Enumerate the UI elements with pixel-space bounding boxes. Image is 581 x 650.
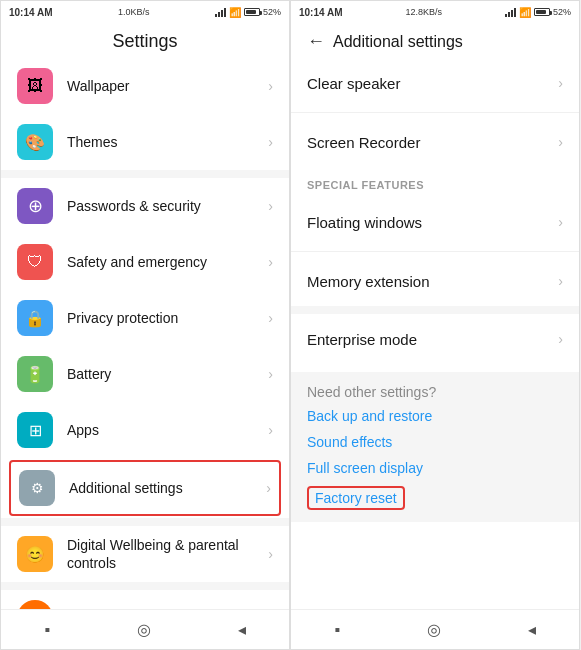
right-nav-home[interactable]: ◎: [427, 620, 441, 639]
memory-extension-item[interactable]: Memory extension ›: [291, 256, 579, 306]
privacy-label: Privacy protection: [67, 310, 178, 326]
mi-icon: M: [17, 600, 53, 609]
sidebar-item-mi[interactable]: M Xiaomi Account 1740618123 ›: [1, 590, 289, 609]
clear-speaker-chevron: ›: [558, 75, 563, 91]
sound-effects-link[interactable]: Sound effects: [307, 434, 563, 450]
right-header: ← Additional settings: [291, 23, 579, 58]
passwords-icon: ⊕: [17, 188, 53, 224]
left-nav-bar: ▪ ◎ ◂: [1, 609, 289, 649]
right-battery-pct: 52%: [553, 7, 571, 17]
memory-extension-chevron: ›: [558, 273, 563, 289]
right-status-icons: 📶 52%: [505, 7, 571, 18]
left-data-speed: 1.0KB/s: [118, 7, 150, 17]
sidebar-item-passwords[interactable]: ⊕ Passwords & security ›: [1, 178, 289, 234]
right-thick-div: [291, 306, 579, 314]
screen-recorder-label: Screen Recorder: [307, 134, 554, 151]
battery-label: Battery: [67, 366, 111, 382]
digital-label: Digital Wellbeing & parental controls: [67, 537, 239, 571]
right-nav-square[interactable]: ▪: [334, 621, 340, 639]
divider-1: [1, 170, 289, 178]
wallpaper-chevron: ›: [268, 78, 273, 94]
screen-recorder-item[interactable]: Screen Recorder ›: [291, 117, 579, 167]
safety-icon: 🛡: [17, 244, 53, 280]
wallpaper-icon: 🖼: [17, 68, 53, 104]
memory-extension-label: Memory extension: [307, 273, 554, 290]
left-phone-panel: 10:14 AM 1.0KB/s 📶 52% Settings 🖼: [0, 0, 290, 650]
right-settings-list: Clear speaker › Screen Recorder › SPECIA…: [291, 58, 579, 609]
floating-windows-item[interactable]: Floating windows ›: [291, 197, 579, 247]
right-status-bar: 10:14 AM 12.8KB/s 📶 52%: [291, 1, 579, 23]
enterprise-mode-item[interactable]: Enterprise mode ›: [291, 314, 579, 364]
safety-chevron: ›: [268, 254, 273, 270]
themes-chevron: ›: [268, 134, 273, 150]
apps-chevron: ›: [268, 422, 273, 438]
backup-link[interactable]: Back up and restore: [307, 408, 563, 424]
sidebar-item-wallpaper[interactable]: 🖼 Wallpaper ›: [1, 58, 289, 114]
right-signal-icon: [505, 7, 516, 17]
right-page-title: Additional settings: [333, 33, 563, 51]
clear-speaker-item[interactable]: Clear speaker ›: [291, 58, 579, 108]
additional-chevron: ›: [266, 480, 271, 496]
sidebar-item-digital[interactable]: 😊 Digital Wellbeing & parental controls …: [1, 526, 289, 582]
left-status-bar: 10:14 AM 1.0KB/s 📶 52%: [1, 1, 289, 23]
additional-icon: ⚙: [19, 470, 55, 506]
safety-text: Safety and emergency: [67, 253, 264, 271]
apps-label: Apps: [67, 422, 99, 438]
sidebar-item-apps[interactable]: ⊞ Apps ›: [1, 402, 289, 458]
left-page-title: Settings: [17, 31, 273, 52]
wallpaper-label: Wallpaper: [67, 78, 130, 94]
sidebar-item-safety[interactable]: 🛡 Safety and emergency ›: [1, 234, 289, 290]
right-time: 10:14 AM: [299, 7, 343, 18]
sidebar-item-additional[interactable]: ⚙ Additional settings ›: [11, 462, 279, 514]
special-features-label: SPECIAL FEATURES: [291, 167, 579, 197]
passwords-label: Passwords & security: [67, 198, 201, 214]
div-fw: [291, 251, 579, 252]
full-screen-link[interactable]: Full screen display: [307, 460, 563, 476]
left-nav-square[interactable]: ▪: [44, 621, 50, 639]
left-status-icons: 📶 52%: [215, 7, 281, 18]
themes-icon: 🎨: [17, 124, 53, 160]
screen-recorder-chevron: ›: [558, 134, 563, 150]
passwords-text: Passwords & security: [67, 197, 264, 215]
digital-text: Digital Wellbeing & parental controls: [67, 536, 264, 572]
privacy-text: Privacy protection: [67, 309, 264, 327]
digital-chevron: ›: [268, 546, 273, 562]
right-wifi-icon: 📶: [519, 7, 531, 18]
battery-icon: 🔋: [17, 356, 53, 392]
back-button[interactable]: ←: [307, 31, 325, 52]
left-settings-list: 🖼 Wallpaper › 🎨 Themes › ⊕ Passwords & s…: [1, 58, 289, 609]
left-battery-icon: [244, 8, 260, 16]
privacy-chevron: ›: [268, 310, 273, 326]
other-settings-title: Need other settings?: [307, 384, 563, 400]
right-phone-panel: 10:14 AM 12.8KB/s 📶 52% ← Additional set…: [290, 0, 580, 650]
floating-windows-label: Floating windows: [307, 214, 554, 231]
themes-label: Themes: [67, 134, 118, 150]
sidebar-item-privacy[interactable]: 🔒 Privacy protection ›: [1, 290, 289, 346]
left-nav-back[interactable]: ◂: [238, 620, 246, 639]
privacy-icon: 🔒: [17, 300, 53, 336]
div-cs: [291, 112, 579, 113]
passwords-chevron: ›: [268, 198, 273, 214]
enterprise-mode-chevron: ›: [558, 331, 563, 347]
battery-text: Battery: [67, 365, 264, 383]
sidebar-item-themes[interactable]: 🎨 Themes ›: [1, 114, 289, 170]
divider-2: [1, 518, 289, 526]
clear-speaker-label: Clear speaker: [307, 75, 554, 92]
left-battery-pct: 52%: [263, 7, 281, 17]
wallpaper-text: Wallpaper: [67, 77, 264, 95]
right-nav-bar: ▪ ◎ ◂: [291, 609, 579, 649]
safety-label: Safety and emergency: [67, 254, 207, 270]
additional-label: Additional settings: [69, 480, 183, 496]
right-nav-back[interactable]: ◂: [528, 620, 536, 639]
factory-reset-highlighted-box: Factory reset: [307, 486, 405, 510]
apps-text: Apps: [67, 421, 264, 439]
factory-reset-link[interactable]: Factory reset: [315, 490, 397, 506]
sidebar-item-battery[interactable]: 🔋 Battery ›: [1, 346, 289, 402]
right-data-speed: 12.8KB/s: [406, 7, 443, 17]
left-wifi-icon: 📶: [229, 7, 241, 18]
divider-3: [1, 582, 289, 590]
left-nav-home[interactable]: ◎: [137, 620, 151, 639]
left-header: Settings: [1, 23, 289, 58]
digital-icon: 😊: [17, 536, 53, 572]
themes-text: Themes: [67, 133, 264, 151]
